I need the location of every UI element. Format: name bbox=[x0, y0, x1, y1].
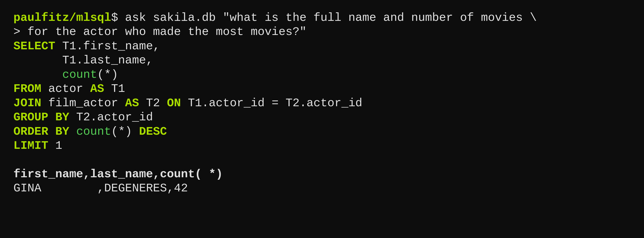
sql-limit-value: 1 bbox=[48, 139, 62, 152]
keyword-group: GROUP bbox=[14, 111, 48, 124]
keyword-select: SELECT bbox=[14, 40, 55, 53]
keyword-desc: DESC bbox=[139, 125, 167, 138]
keyword-limit: LIMIT bbox=[14, 139, 48, 152]
sql-count-args: (*) bbox=[97, 68, 118, 81]
sql-select-fields-2: T1.last_name, bbox=[14, 54, 153, 67]
sql-orderby-count: count bbox=[76, 125, 111, 138]
sql-select-line: SELECT T1.first_name, bbox=[14, 39, 630, 53]
terminal-window: paulfitz/mlsql$ ask sakila.db "what is t… bbox=[0, 0, 644, 238]
sql-groupby-field: T2.actor_id bbox=[69, 111, 153, 124]
sql-join-condition: T1.actor_id = T2.actor_id bbox=[181, 97, 362, 110]
command-line-1: paulfitz/mlsql$ ask sakila.db "what is t… bbox=[14, 11, 630, 25]
keyword-on: ON bbox=[167, 97, 181, 110]
empty-line bbox=[14, 153, 630, 167]
keyword-from: FROM bbox=[14, 82, 41, 95]
keyword-order: ORDER bbox=[14, 125, 48, 138]
keyword-join: JOIN bbox=[14, 97, 41, 110]
result-data-line: GINA ,DEGENERES,42 bbox=[14, 181, 630, 195]
prompt-dollar: $ ask sakila.db "what is the full name a… bbox=[111, 11, 537, 25]
sql-indent bbox=[14, 68, 62, 81]
sql-order-space bbox=[48, 125, 55, 138]
sql-from-alias: T1 bbox=[104, 82, 125, 95]
sql-groupby-line: GROUP BY T2.actor_id bbox=[14, 110, 630, 124]
sql-orderby-space bbox=[69, 125, 76, 138]
keyword-as-1: AS bbox=[90, 82, 104, 95]
keyword-by-1: BY bbox=[55, 111, 69, 124]
result-row-1: GINA ,DEGENERES,42 bbox=[14, 182, 188, 195]
keyword-by-2: BY bbox=[55, 125, 69, 138]
sql-join-line: JOIN film_actor AS T2 ON T1.actor_id = T… bbox=[14, 96, 630, 110]
sql-limit-line: LIMIT 1 bbox=[14, 139, 630, 153]
result-header-line: first_name,last_name,count( *) bbox=[14, 167, 630, 181]
sql-select-fields-1: T1.first_name, bbox=[55, 40, 160, 53]
command-continuation: > for the actor who made the most movies… bbox=[14, 25, 306, 39]
keyword-as-2: AS bbox=[125, 97, 139, 110]
sql-count-function: count bbox=[62, 68, 97, 81]
sql-orderby-args: (*) bbox=[111, 125, 139, 138]
sql-join-table: film_actor bbox=[41, 97, 125, 110]
prompt-username: paulfitz/mlsql bbox=[14, 11, 111, 25]
sql-join-alias: T2 bbox=[139, 97, 167, 110]
sql-group-space bbox=[48, 111, 55, 124]
command-line-2: > for the actor who made the most movies… bbox=[14, 25, 630, 39]
result-column-headers: first_name,last_name,count( *) bbox=[14, 168, 223, 181]
sql-count-line: count(*) bbox=[14, 68, 630, 82]
sql-from-line: FROM actor AS T1 bbox=[14, 82, 630, 96]
sql-from-table: actor bbox=[41, 82, 90, 95]
sql-lastname-line: T1.last_name, bbox=[14, 53, 630, 67]
sql-orderby-line: ORDER BY count(*) DESC bbox=[14, 125, 630, 139]
